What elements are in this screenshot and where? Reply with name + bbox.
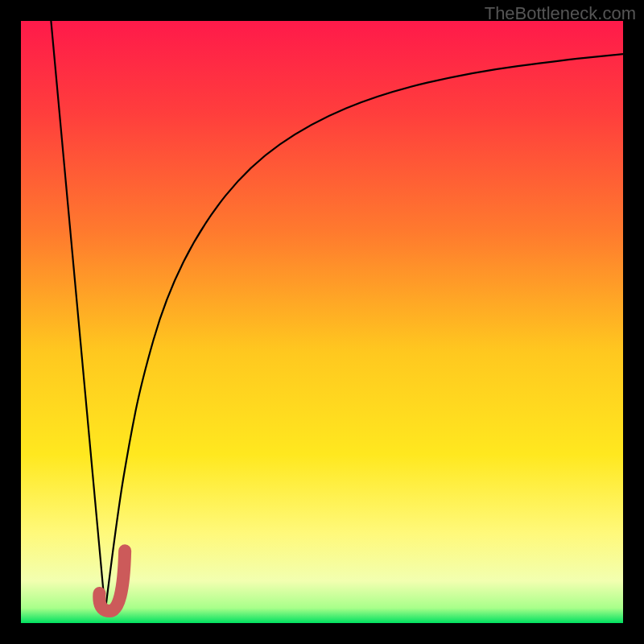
j-marker-icon (99, 551, 125, 611)
plot-area (21, 21, 623, 623)
watermark-text: TheBottleneck.com (485, 3, 636, 24)
optimal-marker (21, 21, 623, 623)
chart-container: TheBottleneck.com (0, 0, 644, 644)
